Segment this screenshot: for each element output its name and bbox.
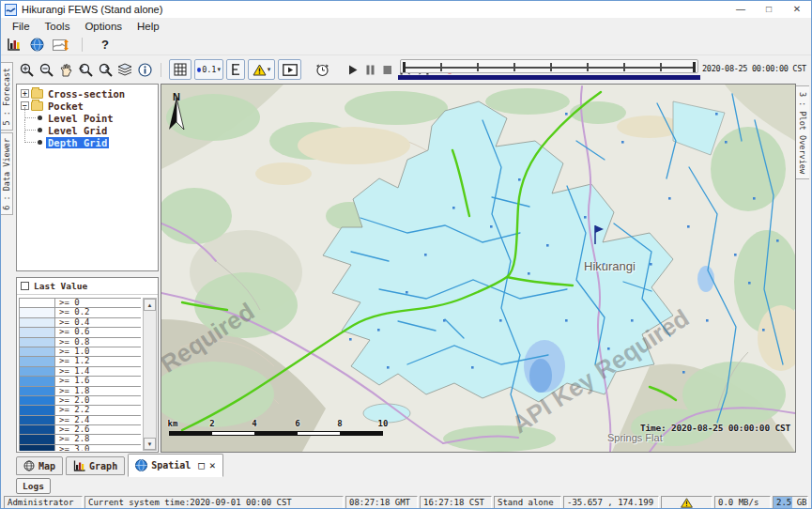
- contour-threshold-dropdown[interactable]: 0.1 ▾: [194, 59, 223, 80]
- tab-plot-overview[interactable]: 3 : Plot Overview: [795, 85, 809, 179]
- tree-node-level-grid[interactable]: Level Grid: [20, 124, 158, 136]
- status-local-time: 16:27:18 CST: [420, 496, 492, 509]
- time-slider-start-handle[interactable]: [403, 62, 406, 72]
- minimize-button[interactable]: —: [727, 1, 755, 18]
- zoom-next-button[interactable]: [97, 59, 114, 80]
- animation-settings-button[interactable]: [312, 59, 332, 80]
- bullet-icon: [38, 128, 42, 132]
- play-button[interactable]: [348, 65, 358, 75]
- basemap: [161, 85, 795, 452]
- menu-help[interactable]: Help: [130, 18, 167, 35]
- animation-window-button[interactable]: [278, 59, 301, 80]
- legend-color-swatch: [20, 435, 55, 443]
- pause-button[interactable]: [366, 65, 375, 75]
- contour-threshold-value: 0.1: [202, 65, 216, 74]
- legend-scrollbar[interactable]: ▲ ▼: [143, 298, 157, 451]
- tab-forecast[interactable]: 5 : Forecast: [1, 62, 13, 131]
- scale-bar-button[interactable]: [226, 59, 245, 80]
- panel-close-button[interactable]: ✕: [209, 459, 216, 471]
- legend-color-swatch: [20, 367, 55, 376]
- legend-row: >= 1.6: [20, 377, 141, 386]
- pan-button[interactable]: [57, 59, 74, 80]
- scale-tick: 8: [337, 419, 342, 428]
- warnings-dropdown[interactable]: ▾: [248, 59, 275, 80]
- legend-row-label: >= 0.8: [55, 338, 141, 347]
- legend-row-label: >= 0.2: [55, 308, 141, 316]
- town-label: Hikurangi: [584, 259, 636, 273]
- zoom-out-button[interactable]: [38, 59, 54, 80]
- legend-color-swatch: [20, 318, 55, 327]
- zoom-previous-icon: [78, 63, 93, 77]
- contour-dot-icon: [197, 68, 201, 72]
- logs-button[interactable]: Logs: [16, 478, 51, 494]
- stop-button[interactable]: [383, 65, 391, 75]
- scroll-up-icon[interactable]: ▲: [144, 299, 156, 311]
- area-label: Springs Flat: [607, 432, 663, 443]
- legend-row-label: >= 2.2: [55, 406, 141, 414]
- right-tab-strip: 3 : Plot Overview: [794, 84, 811, 453]
- tree-connector: [24, 119, 36, 131]
- status-memory: 2.5 GB: [773, 496, 808, 509]
- legend-row-label: >= 2.4: [55, 416, 141, 424]
- info-icon: [138, 63, 152, 77]
- menu-bar: File Tools Options Help: [1, 18, 811, 35]
- close-button[interactable]: ✕: [783, 1, 811, 18]
- spatial-map-panel: API Key Required API Key Required N km 2…: [161, 84, 796, 453]
- map-time-label: Time: 2020-08-25 00:00:00 CST: [640, 423, 790, 433]
- legend-color-swatch: [20, 377, 55, 385]
- warning-triangle-icon: [253, 64, 267, 76]
- scale-tick: 2: [209, 419, 214, 428]
- left-tab-strip: 5 : Forecast 6 : Data Viewer: [1, 59, 14, 453]
- database-viewer-icon[interactable]: [7, 38, 22, 52]
- status-warning-cell[interactable]: [661, 496, 712, 509]
- legend-row-label: >= 1.4: [55, 367, 141, 376]
- tree-node-depth-grid[interactable]: Depth Grid: [20, 136, 158, 148]
- layers-button[interactable]: [116, 59, 133, 80]
- expand-icon[interactable]: +: [21, 89, 29, 98]
- maximize-button[interactable]: □: [755, 1, 783, 18]
- grid-display-button[interactable]: [169, 59, 192, 80]
- legend-color-swatch: [20, 425, 55, 434]
- tree-connector: [24, 131, 36, 143]
- tree-node-level-point[interactable]: Level Point: [20, 112, 158, 124]
- status-user: Administrator: [4, 496, 83, 509]
- menu-options[interactable]: Options: [77, 18, 130, 35]
- last-value-checkbox[interactable]: [21, 282, 29, 290]
- info-button[interactable]: [136, 59, 153, 80]
- map-viewport[interactable]: API Key Required API Key Required N km 2…: [161, 85, 795, 452]
- zoom-previous-button[interactable]: [77, 59, 94, 80]
- bar-chart-icon: [73, 460, 85, 471]
- timeline-datetime: 2020-08-25 00:00:00 CST: [702, 64, 811, 73]
- help-button[interactable]: ?: [101, 38, 109, 52]
- time-slider[interactable]: [400, 59, 698, 73]
- tree-node-cross-section[interactable]: + Cross-section: [20, 87, 158, 100]
- legend-color-swatch: [20, 387, 55, 395]
- legend-row-label: >= 0.4: [55, 318, 141, 327]
- zoom-in-button[interactable]: [18, 59, 35, 80]
- menu-tools[interactable]: Tools: [38, 18, 78, 35]
- spatial-display-icon[interactable]: [30, 38, 44, 52]
- time-slider-track: [405, 67, 694, 69]
- legend-color-swatch: [20, 396, 55, 405]
- legend-color-swatch: [20, 338, 55, 347]
- legend-color-swatch: [20, 347, 55, 356]
- legend-row-label: >= 2.8: [55, 435, 141, 443]
- map-toolbar: 0.1 ▾ ▾ 2020-08-25 00:00:00 CST: [1, 54, 811, 84]
- tab-data-viewer[interactable]: 6 : Data Viewer: [1, 132, 13, 215]
- status-gmt-time: 08:27:18 GMT: [345, 496, 418, 509]
- tab-map[interactable]: Map: [16, 456, 63, 475]
- tab-spatial[interactable]: Spatial □ ✕: [128, 454, 222, 477]
- tab-graph[interactable]: Graph: [66, 456, 125, 475]
- panel-maximize-button[interactable]: □: [198, 459, 205, 471]
- zoom-out-icon: [39, 63, 54, 77]
- menu-file[interactable]: File: [5, 18, 38, 35]
- legend-row: >= 3.0: [20, 445, 141, 451]
- scale-tick: 4: [252, 419, 256, 428]
- data-viewer-panel: + Cross-section − Pocket Level Point Lev…: [14, 84, 161, 453]
- zoom-next-icon: [98, 63, 113, 77]
- scroll-down-icon[interactable]: ▼: [144, 438, 156, 450]
- tree-node-pocket[interactable]: − Pocket: [20, 100, 158, 112]
- profile-display-icon[interactable]: [53, 39, 69, 52]
- zoom-in-icon: [20, 63, 34, 77]
- time-slider-end-handle[interactable]: [693, 62, 696, 72]
